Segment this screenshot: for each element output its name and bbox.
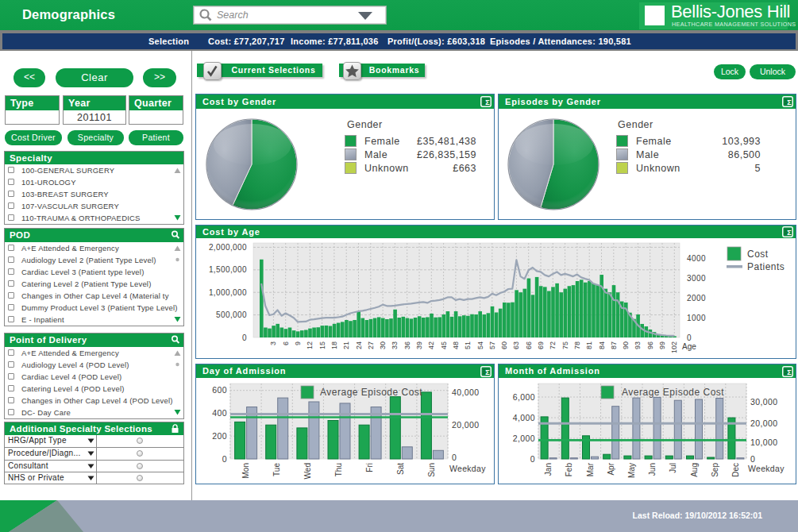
svg-text:72: 72 [549, 341, 557, 349]
svg-text:30,000: 30,000 [750, 397, 778, 407]
svg-text:Weekday: Weekday [449, 464, 486, 473]
svg-text:9: 9 [294, 341, 302, 345]
svg-text:78: 78 [573, 341, 581, 349]
svg-text:Σ: Σ [787, 368, 792, 376]
svg-text:Average Episode Cost: Average Episode Cost [320, 387, 422, 398]
svg-text:Thu: Thu [334, 463, 343, 476]
svg-text:30: 30 [379, 341, 387, 349]
svg-text:0: 0 [530, 454, 535, 464]
svg-text:42: 42 [427, 341, 435, 349]
svg-text:Fri: Fri [365, 463, 374, 472]
svg-text:Σ: Σ [485, 368, 490, 376]
svg-text:81: 81 [585, 341, 593, 349]
svg-text:6: 6 [282, 341, 290, 345]
svg-text:1,000,000: 1,000,000 [209, 288, 247, 297]
svg-text:Tue: Tue [272, 463, 281, 476]
svg-text:Σ: Σ [787, 98, 792, 106]
svg-text:3000: 3000 [687, 274, 706, 283]
svg-text:12: 12 [306, 341, 314, 349]
svg-text:Σ: Σ [787, 229, 792, 237]
svg-text:45: 45 [440, 341, 448, 349]
svg-text:0: 0 [452, 453, 457, 462]
svg-text:39: 39 [415, 341, 423, 349]
svg-text:10,000: 10,000 [750, 438, 778, 447]
svg-text:2000: 2000 [687, 294, 706, 303]
svg-text:99: 99 [658, 341, 666, 349]
svg-text:Average Episode Cost: Average Episode Cost [622, 387, 724, 398]
svg-text:57: 57 [488, 341, 496, 349]
svg-text:Age: Age [682, 342, 696, 351]
svg-text:Mar: Mar [586, 462, 595, 476]
svg-text:Sun: Sun [427, 463, 436, 477]
svg-text:48: 48 [452, 341, 460, 349]
svg-text:84: 84 [598, 341, 606, 349]
svg-text:0: 0 [687, 333, 692, 342]
svg-text:15: 15 [318, 341, 326, 349]
svg-text:24: 24 [355, 341, 363, 349]
svg-text:0: 0 [222, 454, 227, 464]
svg-text:0: 0 [750, 454, 755, 464]
svg-text:63: 63 [512, 341, 520, 349]
svg-text:87: 87 [610, 341, 618, 349]
svg-text:Wed: Wed [303, 463, 312, 479]
svg-text:4,000: 4,000 [513, 413, 535, 422]
svg-text:Weekday: Weekday [748, 464, 785, 473]
svg-text:Dec: Dec [731, 463, 740, 477]
svg-text:Patients: Patients [747, 261, 785, 272]
svg-text:1000: 1000 [687, 314, 706, 322]
svg-text:69: 69 [537, 341, 545, 349]
svg-text:Sat: Sat [396, 463, 405, 475]
svg-text:200: 200 [212, 431, 227, 441]
svg-text:Jan: Jan [544, 463, 553, 476]
svg-text:2,000: 2,000 [513, 434, 535, 443]
svg-text:75: 75 [561, 341, 569, 349]
svg-text:90: 90 [622, 341, 630, 349]
svg-text:6,000: 6,000 [513, 392, 535, 402]
svg-text:May: May [627, 463, 636, 478]
svg-text:51: 51 [464, 341, 472, 349]
svg-text:Sep: Sep [711, 463, 719, 477]
svg-text:21: 21 [342, 341, 350, 349]
svg-text:1,500,000: 1,500,000 [209, 265, 247, 274]
svg-text:93: 93 [634, 341, 642, 349]
svg-text:500,000: 500,000 [216, 310, 247, 319]
svg-text:2,000,000: 2,000,000 [209, 243, 247, 252]
svg-text:600: 600 [212, 385, 227, 395]
svg-text:54: 54 [476, 341, 484, 349]
svg-text:60: 60 [500, 341, 508, 349]
svg-text:96: 96 [646, 341, 654, 349]
svg-text:40,000: 40,000 [452, 387, 480, 397]
svg-text:20,000: 20,000 [452, 420, 480, 430]
svg-text:Jul: Jul [669, 463, 677, 473]
svg-text:33: 33 [391, 341, 399, 349]
svg-text:0: 0 [242, 333, 247, 342]
svg-text:Mon: Mon [241, 463, 250, 478]
svg-text:Aug: Aug [690, 463, 699, 477]
svg-text:400: 400 [212, 408, 227, 418]
svg-text:Jun: Jun [648, 463, 657, 476]
svg-text:102: 102 [670, 341, 678, 353]
svg-text:36: 36 [403, 341, 411, 349]
svg-text:Σ: Σ [485, 98, 490, 106]
svg-text:4000: 4000 [687, 254, 706, 263]
svg-text:Apr: Apr [607, 462, 615, 475]
svg-text:66: 66 [525, 341, 533, 349]
svg-text:3: 3 [269, 341, 277, 345]
svg-text:20,000: 20,000 [750, 418, 778, 428]
svg-text:18: 18 [330, 341, 338, 349]
svg-text:27: 27 [367, 341, 375, 349]
svg-text:Cost: Cost [747, 249, 769, 260]
svg-text:Feb: Feb [565, 463, 573, 477]
